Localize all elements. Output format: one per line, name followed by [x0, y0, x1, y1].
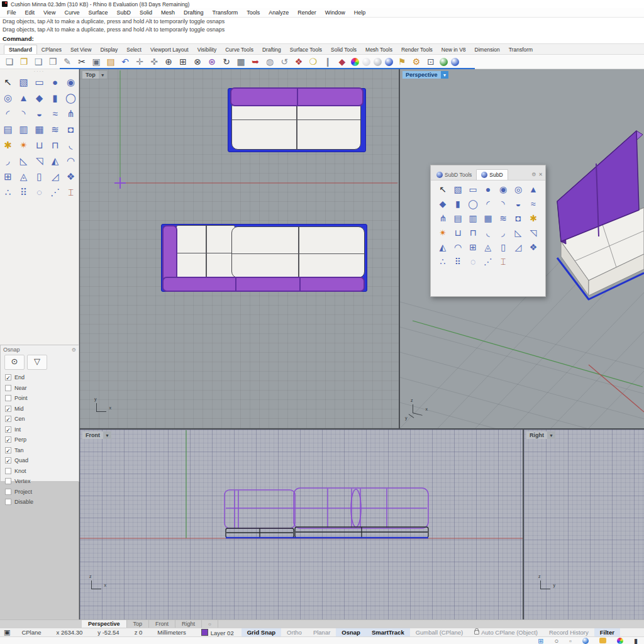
- viewport-top[interactable]: Top ▼: [80, 69, 399, 428]
- subd-pipe-bend-icon[interactable]: ◟: [480, 226, 496, 240]
- menu-item-mesh[interactable]: Mesh: [157, 9, 179, 16]
- pan-icon[interactable]: ✛: [134, 56, 145, 67]
- subd-slash-icon[interactable]: ◿: [511, 240, 526, 255]
- units-selector[interactable]: Millimeters: [150, 629, 193, 636]
- subd-diag-dots-icon[interactable]: ⋰: [480, 255, 496, 269]
- subd-cushion-lid-icon[interactable]: ⊓: [47, 137, 63, 153]
- subd-cylinder-icon[interactable]: ▮: [450, 197, 465, 211]
- subd-cone-icon[interactable]: ▲: [526, 182, 541, 197]
- new-file-icon[interactable]: ❏: [4, 56, 15, 67]
- viewport-right-title[interactable]: Right: [526, 431, 547, 439]
- subd-pipe-bend-icon[interactable]: ◟: [63, 137, 79, 153]
- close-icon[interactable]: ✕: [538, 172, 543, 177]
- subd-lamp-icon[interactable]: ◒: [511, 197, 526, 211]
- subd-grid-box-icon[interactable]: ▦: [31, 121, 47, 137]
- subd-branch-icon[interactable]: ⋔: [435, 211, 450, 226]
- subd-pipe-curve-icon[interactable]: ◞: [496, 226, 511, 240]
- color-wheel-icon[interactable]: [351, 58, 359, 66]
- status-toggle-filter[interactable]: Filter: [594, 628, 620, 637]
- menu-item-view[interactable]: View: [39, 9, 60, 16]
- osnap-filter-button[interactable]: ▽: [27, 355, 47, 370]
- menu-item-render[interactable]: Render: [293, 9, 321, 16]
- project-osnap-button[interactable]: ⊙: [4, 355, 25, 370]
- search-icon[interactable]: ○: [554, 638, 558, 644]
- subd-curve2-icon[interactable]: ◝: [16, 106, 31, 121]
- cut-icon[interactable]: ✂: [76, 56, 87, 67]
- osnap-option-int[interactable]: ✓Int: [1, 425, 79, 435]
- subd-sphere-uv-icon[interactable]: ◉: [496, 182, 511, 197]
- zoom-window-icon[interactable]: ⊞: [177, 56, 189, 67]
- subd-sphere-uv-icon[interactable]: ◉: [63, 74, 79, 90]
- subd-cylinder-icon[interactable]: ▮: [47, 90, 63, 106]
- subd-lamp-icon[interactable]: ◒: [31, 106, 47, 121]
- subd-branch-icon[interactable]: ⋔: [63, 106, 79, 121]
- file-explorer-icon[interactable]: [599, 638, 606, 643]
- gear-icon[interactable]: ⚙: [72, 347, 76, 353]
- earth-anchor-icon[interactable]: [440, 58, 448, 66]
- sofa-top-front-rail[interactable]: [162, 277, 365, 292]
- osnap-option-end[interactable]: ✓End: [1, 372, 79, 383]
- menu-item-edit[interactable]: Edit: [21, 9, 40, 16]
- copy-icon[interactable]: ▣: [91, 56, 102, 67]
- subd-floating-panel[interactable]: SubD Tools SubD ⚙ ✕ ↖▧▭●◉◎▲◆▮◯◜◝◒≈⋔▤▥▦≋◘…: [430, 165, 546, 297]
- notes-flag-icon[interactable]: ⚑: [396, 56, 408, 67]
- checkbox[interactable]: [5, 468, 11, 474]
- toolbar-tab-display[interactable]: Display: [96, 45, 122, 54]
- lightbulb-icon[interactable]: ❍: [308, 56, 319, 67]
- zoom-dynamic-icon[interactable]: ⊗: [192, 56, 203, 67]
- lock-object-icon[interactable]: ❙: [322, 56, 333, 67]
- edge-browser-icon[interactable]: [582, 638, 589, 644]
- subd-bag-icon[interactable]: ◘: [63, 121, 79, 137]
- osnap-option-near[interactable]: Near: [1, 383, 79, 394]
- subd-grid-box-icon[interactable]: ▦: [480, 211, 496, 226]
- options-gear-icon[interactable]: ⚙: [411, 56, 422, 67]
- menu-item-analyze[interactable]: Analyze: [264, 9, 293, 16]
- subd-cushion-lid-icon[interactable]: ⊓: [465, 226, 480, 240]
- new-viewport-tab-button[interactable]: ○: [202, 620, 218, 628]
- subd-corner-icon[interactable]: ◺: [511, 226, 526, 240]
- subd-waves-icon[interactable]: ≋: [47, 121, 63, 137]
- move-icon[interactable]: ✜: [148, 56, 160, 67]
- gear-icon[interactable]: ⚙: [531, 172, 536, 177]
- checkbox[interactable]: ✓: [5, 416, 11, 422]
- osnap-option-perp[interactable]: ✓Perp: [1, 435, 79, 445]
- checkbox[interactable]: [5, 385, 11, 391]
- toolbar-tab-cplanes[interactable]: CPlanes: [37, 45, 66, 54]
- subd-zigzag-icon[interactable]: ≈: [526, 197, 541, 211]
- viewport-right[interactable]: Right ▼ z y: [524, 430, 644, 619]
- osnap-option-disable[interactable]: Disable: [1, 497, 79, 508]
- windows-start-icon[interactable]: ⊞: [538, 638, 543, 644]
- subd-curve1-icon[interactable]: ◜: [0, 106, 16, 121]
- status-toggle-smarttrack[interactable]: SmartTrack: [366, 628, 410, 637]
- export-icon[interactable]: ✎: [62, 56, 73, 67]
- subd-slash-icon[interactable]: ◿: [47, 169, 63, 184]
- osnap-option-project[interactable]: Project: [1, 487, 79, 497]
- checkbox[interactable]: ✓: [5, 374, 11, 380]
- toolbar-tab-solid-tools[interactable]: Solid Tools: [326, 45, 361, 54]
- menu-item-subd[interactable]: SubD: [112, 9, 135, 16]
- toolbar-tab-mesh-tools[interactable]: Mesh Tools: [361, 45, 397, 54]
- viewport-tab-perspective[interactable]: Perspective: [82, 620, 127, 628]
- subd-grid-dots-icon[interactable]: ⠿: [450, 255, 465, 269]
- viewport-front-label[interactable]: Front ▼: [82, 431, 111, 439]
- subd-box-icon[interactable]: ▧: [16, 74, 31, 90]
- subd-cluster-icon[interactable]: ∴: [0, 184, 16, 200]
- hide-object-icon[interactable]: ◍: [264, 56, 275, 67]
- subd-table-icon[interactable]: ⊞: [0, 169, 16, 184]
- osnap-option-mid[interactable]: ✓Mid: [1, 404, 79, 414]
- subd-zigzag-icon[interactable]: ≈: [47, 106, 63, 121]
- cplane-selector[interactable]: CPlane: [14, 629, 48, 636]
- subd-prism-icon[interactable]: ◭: [435, 240, 450, 255]
- sofa-top-left-cushion[interactable]: [176, 225, 235, 278]
- shaded-display-icon[interactable]: [362, 58, 370, 66]
- viewport-right-label[interactable]: Right ▼: [526, 431, 555, 439]
- subd-layers-icon[interactable]: ▥: [465, 211, 480, 226]
- pointer-icon[interactable]: ↖: [0, 74, 16, 90]
- subd-pipe-curve-icon[interactable]: ◞: [0, 153, 16, 169]
- layer-selector[interactable]: Layer 02: [194, 629, 242, 636]
- command-prompt-input[interactable]: Command:: [0, 34, 644, 44]
- subd-torus-icon[interactable]: ◯: [465, 197, 480, 211]
- subd-layers-icon[interactable]: ▥: [16, 121, 31, 137]
- subd-blob-icon[interactable]: ◆: [31, 90, 47, 106]
- subd-cushion-icon[interactable]: ⊔: [450, 226, 465, 240]
